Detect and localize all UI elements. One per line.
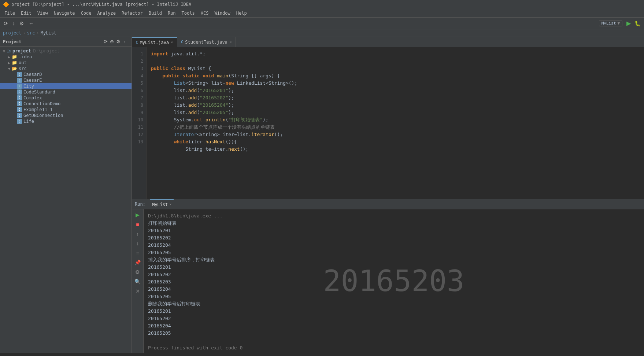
folder-icon: 🗂 [7, 48, 11, 54]
arrow-icon: ▶ [7, 61, 12, 65]
menu-item-navigate[interactable]: Navigate [51, 10, 78, 16]
toolbar-settings-btn[interactable]: ⚙ [18, 20, 26, 27]
tab-studenttest[interactable]: C StudentTest.java × [177, 37, 236, 47]
tree-item-city[interactable]: C City [0, 83, 132, 89]
tree-item-codestandard[interactable]: C CodeStandard [0, 89, 132, 95]
menu-item-vcs[interactable]: VCS [198, 10, 212, 16]
menu-item-help[interactable]: Help [233, 10, 250, 16]
tree-item-caesare[interactable]: C CaesarE [0, 77, 132, 83]
run-stop-btn[interactable]: ■ [135, 220, 140, 228]
output-line-10: 20165204 [148, 286, 640, 293]
tab-close-mylist[interactable]: × [171, 40, 173, 45]
tree-label-out: out [19, 60, 27, 65]
toolbar-sync-btn[interactable]: ⟳ [2, 20, 10, 27]
class-icon: C [17, 113, 22, 118]
line-numbers: 12345 678910 111213 [132, 47, 147, 199]
tree-label-life: Life [23, 119, 34, 124]
output-line-5: 20165205 [148, 249, 640, 256]
tree-label-city: City [23, 84, 34, 89]
code-editor[interactable]: 12345 678910 111213 import java.util.*; … [132, 47, 644, 199]
breadcrumb-project[interactable]: project [3, 30, 22, 36]
output-line-exit: Process finished with exit code 0 [148, 344, 640, 352]
tree-item-caesard[interactable]: C CaesarD [0, 71, 132, 77]
tab-close-studenttest[interactable]: × [229, 40, 232, 44]
tab-class-icon-mylist: C [136, 40, 138, 45]
title-bar: 🔶 project [D:\project] - ...\src\MyList.… [0, 0, 644, 9]
run-filter-btn[interactable]: 🔍 [133, 278, 142, 286]
menu-bar: FileEditViewNavigateCodeAnalyzeRefactorB… [0, 9, 644, 18]
output-line-16: 20165205 [148, 330, 640, 337]
tree-item-out[interactable]: ▶ 📁 out [0, 60, 132, 66]
sidebar-hide-btn[interactable]: ← [122, 38, 129, 45]
menu-item-build[interactable]: Build [146, 10, 165, 16]
run-gear-btn[interactable]: ⚙ [134, 268, 141, 276]
run-close-btn[interactable]: ✕ [134, 287, 141, 295]
run-wrap-btn[interactable]: ≡ [135, 249, 140, 257]
toolbar-nav-btn[interactable]: ← [27, 20, 35, 27]
run-scroll-down-btn[interactable]: ↓ [135, 239, 140, 247]
class-icon: C [17, 89, 22, 95]
output-line-7: 20165201 [148, 264, 640, 271]
sidebar-expand-btn[interactable]: ⊕ [109, 38, 115, 45]
tree-label-codestandard: CodeStandard [23, 89, 55, 95]
arrow-icon: ▼ [7, 67, 12, 71]
class-icon: C [17, 72, 22, 77]
menu-item-analyze[interactable]: Analyze [94, 10, 119, 16]
class-icon: C [17, 84, 22, 89]
debug-button[interactable]: 🐛 [633, 21, 642, 26]
menu-item-tools[interactable]: Tools [179, 10, 198, 16]
run-config-selector[interactable]: MyList ▼ [599, 20, 622, 26]
tree-item-complex[interactable]: C Complex [0, 95, 132, 101]
tab-mylist[interactable]: C MyList.java × [132, 37, 177, 47]
run-play-btn[interactable]: ▶ [134, 211, 141, 219]
tree-item-idea[interactable]: ▶ 📁 .idea [0, 54, 132, 60]
class-icon: C [17, 78, 22, 83]
tree-item-project-root[interactable]: ▼ 🗂 project D:\project [0, 48, 132, 54]
title-icon: 🔶 [3, 1, 9, 7]
run-label: Run: [135, 202, 145, 207]
arrow-icon: ▶ [7, 55, 12, 59]
run-pin-btn[interactable]: 📌 [133, 258, 142, 267]
file-tree: ▼ 🗂 project D:\project ▶ 📁 .idea ▶ 📁 out [0, 47, 132, 353]
run-tab-mylist[interactable]: MyList × [150, 199, 174, 209]
sidebar-sync-btn[interactable]: ⟳ [103, 38, 109, 45]
tab-class-icon-studenttest: C [181, 40, 184, 44]
menu-item-file[interactable]: File [1, 10, 18, 16]
menu-item-view[interactable]: View [34, 10, 51, 16]
code-content[interactable]: import java.util.*; public class MyList … [147, 47, 644, 199]
toolbar-expand-btn[interactable]: ↕ [11, 20, 16, 27]
breadcrumb-src[interactable]: src [27, 30, 35, 36]
menu-item-run[interactable]: Run [165, 10, 179, 16]
run-tab-close[interactable]: × [169, 202, 171, 206]
tree-item-connectiondemo[interactable]: C ConnectionDemo [0, 101, 132, 107]
run-body: ▶ ■ ↑ ↓ ≡ 📌 ⚙ 🔍 ✕ D:\jdk1.8\bin\java.exe… [132, 209, 644, 353]
tree-label-connectiondemo: ConnectionDemo [23, 101, 60, 106]
breadcrumb: project › src › MyList [0, 29, 644, 37]
tree-label-project: project [12, 48, 31, 54]
tree-label-src: src [19, 66, 27, 71]
menu-item-edit[interactable]: Edit [18, 10, 34, 16]
tree-item-getdbconnection[interactable]: C GetDBConnection [0, 113, 132, 118]
tree-label-caesare: CaesarE [23, 78, 42, 83]
tree-item-example11[interactable]: C Example11_1 [0, 107, 132, 113]
menu-item-refactor[interactable]: Refactor [119, 10, 146, 16]
run-panel: Run: MyList × ▶ ■ ↑ ↓ ≡ 📌 ⚙ 🔍 ✕ [132, 199, 644, 353]
folder-icon: 📁 [12, 60, 17, 65]
tree-label-example11: Example11_1 [23, 107, 52, 112]
menu-item-window[interactable]: Window [211, 10, 233, 16]
class-icon: C [17, 107, 22, 112]
sidebar-gear-btn[interactable]: ⚙ [115, 38, 122, 45]
tree-item-src[interactable]: ▼ 📂 src [0, 66, 132, 71]
output-line-9: 20165203 [148, 278, 640, 286]
output-line-15: 20165204 [148, 322, 640, 330]
sidebar-header: Project ⟳ ⊕ ⚙ ← [0, 37, 132, 47]
toolbar: ⟳ ↕ ⚙ ← MyList ▼ ▶ 🐛 [0, 18, 644, 29]
output-line-1: 打印初始链表 [148, 220, 640, 227]
tree-label-caesard: CaesarD [23, 72, 42, 77]
menu-item-code[interactable]: Code [78, 10, 95, 16]
run-button[interactable]: ▶ [625, 20, 632, 27]
run-scroll-up-btn[interactable]: ↑ [135, 230, 140, 238]
folder-icon: 📂 [12, 66, 17, 71]
run-sidebar: ▶ ■ ↑ ↓ ≡ 📌 ⚙ 🔍 ✕ [132, 209, 144, 353]
tree-item-life[interactable]: C Life [0, 118, 132, 124]
